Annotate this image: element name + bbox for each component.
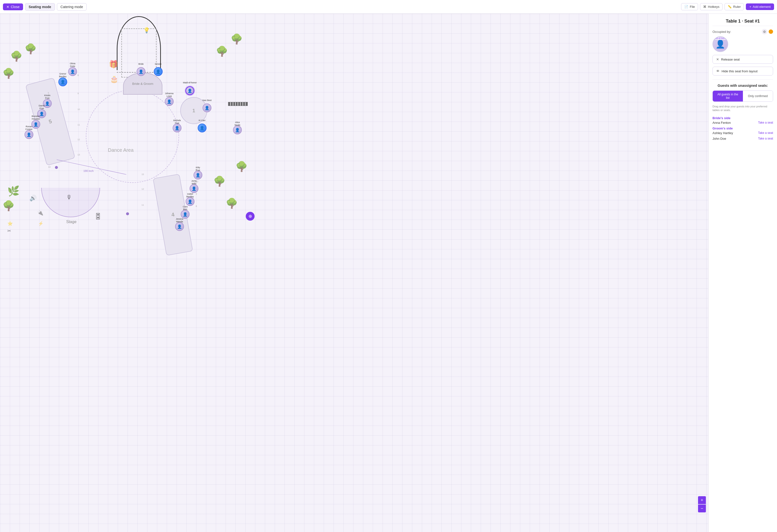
main-layout: 🌳 🌳 🌳 🌳 🌳 🌳 🌳 🌳 🌿 🌳 Dance Area Bride & G… (0, 14, 777, 532)
label-nan-best: Nan Best (202, 99, 211, 102)
avatar-nan-best[interactable]: 👤 (203, 104, 211, 112)
tree-7: 🌳 (213, 175, 226, 187)
star-icon: ⭐ (7, 221, 13, 226)
ruler-button[interactable]: 📏 Ruler (725, 3, 744, 10)
plus-icon: + (749, 5, 751, 9)
zoom-out-button[interactable]: − (698, 505, 706, 512)
drag-hint: Drag and drop your guests into your pref… (712, 105, 773, 112)
avatar-johanna-lowe[interactable]: 👤 (165, 97, 174, 106)
canvas[interactable]: 🌳 🌳 🌳 🌳 🌳 🌳 🌳 🌳 🌿 🌳 Dance Area Bride & G… (0, 14, 708, 532)
gift-icon: 🎁 (109, 60, 118, 69)
eye-icon: 👁 (716, 69, 719, 73)
close-label: Close (11, 5, 20, 9)
mic-icon: 🎙 (66, 194, 72, 201)
seat-r2: 10 (196, 180, 198, 183)
hotkeys-button[interactable]: ⌘ Hotkeys (700, 3, 723, 10)
avatar-ki-carr[interactable]: 👤 (198, 124, 207, 132)
avatar-kitty-frye[interactable]: 👤 (194, 171, 202, 179)
seat-13: 13 (78, 153, 80, 156)
avatar-groom[interactable]: 👤 (154, 67, 162, 76)
seat-r1: 1 (196, 168, 197, 171)
guest-anna-fenton: Anna Fenton Take a seat (712, 120, 773, 126)
avatar-darrel-frye[interactable]: 👤 (37, 109, 46, 118)
tree-4: 🌳 (216, 45, 228, 57)
lightning-icon: ⚡ (38, 221, 43, 226)
file-button[interactable]: 📄 File (681, 3, 698, 10)
guest-ashley-hartley: Ashley Hartley Take a seat (712, 130, 773, 136)
close-icon: ✕ (6, 5, 9, 9)
piano-keys (228, 102, 248, 106)
close-button[interactable]: ✕ Close (3, 3, 23, 10)
occupied-label: Occupied by: (712, 30, 731, 34)
avatar-alice-neale[interactable]: 👤 (233, 126, 242, 134)
toolbar: ✕ Close Seating mode Catering mode 📄 Fil… (0, 0, 777, 14)
stage-label: Stage (66, 220, 77, 224)
label-grenor-bentley: GrenorBentley (59, 73, 67, 78)
avatar-brenden-houston[interactable]: 👤 (31, 120, 40, 129)
filter-tabs: All guests in the list Only confirmed (712, 91, 773, 102)
sidebar: Table 1 · Seat #1 Occupied by: ⚙ 👤 Maid-… (708, 14, 777, 532)
avatar-ronan-cooper[interactable]: 👤 (24, 130, 33, 139)
ruler-icon: 📏 (728, 5, 732, 9)
avatar-michele-frye[interactable]: 👤 (173, 124, 182, 132)
measurement-label: 190 inch (83, 169, 94, 172)
avatar-bride[interactable]: 👤 (137, 67, 145, 76)
guest-name-john-doe: John Doe (712, 137, 726, 140)
avatar-jessica-wanda[interactable]: 👤 (175, 222, 184, 231)
take-seat-john-doe[interactable]: Take a seat (758, 137, 773, 140)
bulb-icon: 💡 (143, 27, 150, 34)
label-olivia-duke: OliviaDuke (70, 62, 76, 68)
avatar-kirstin-frye[interactable]: 👤 (43, 99, 52, 108)
hotkeys-icon: ⌘ (703, 5, 706, 9)
take-seat-ashley-hartley[interactable]: Take a seat (758, 131, 773, 135)
sidebar-title: Table 1 · Seat #1 (712, 19, 773, 26)
avatar-jonty-wills[interactable]: 👤 (190, 184, 198, 193)
avatar-izabel-bentley[interactable]: 👤 (186, 197, 195, 206)
tree-5: 🌳 (231, 33, 243, 45)
avatar-olivia-duke[interactable]: 👤 (68, 67, 77, 76)
seat-r4: 8 (196, 205, 197, 208)
seat-r7: 11 (141, 204, 144, 206)
avatar-grenor-bentley[interactable]: 👤 (59, 78, 67, 86)
seat-9: 9 (78, 92, 79, 95)
avatar-cora-burt[interactable]: 👤 (181, 210, 190, 219)
tab-confirmed[interactable]: Only confirmed (743, 91, 773, 102)
avatar-maid-of-honor[interactable]: 👤 (186, 86, 194, 95)
tree-6: 🌳 (235, 161, 248, 172)
tree-2: 🌳 (24, 43, 37, 55)
seat-r5: 15 (141, 173, 144, 175)
turntable-icon: 🎛 (94, 212, 102, 221)
avatar-row: 👤 Maid-of-honor (712, 36, 773, 52)
seating-mode-button[interactable]: Seating mode (25, 3, 55, 11)
guest-name-anna-fenton: Anna Fenton (712, 121, 731, 125)
label-maid-of-honor: Maid-of-honor (183, 82, 197, 84)
group-grooms-side: Groom's side (712, 127, 773, 130)
speaker-icon: 🔊 (29, 195, 37, 202)
avatar-badge: Maid-of-honor (712, 36, 728, 40)
table-1[interactable]: 1 (180, 97, 207, 124)
guest-name-ashley-hartley: Ashley Hartley (712, 131, 733, 135)
release-seat-button[interactable]: ✕ Release seat (712, 55, 773, 64)
tab-all-guests[interactable]: All guests in the list (713, 91, 743, 102)
hide-seat-button[interactable]: 👁 Hide this seat from layout (712, 67, 773, 76)
settings-icon[interactable]: ⚙ (762, 29, 767, 34)
occupied-avatar: 👤 Maid-of-honor (712, 36, 728, 52)
x-icon: ✕ (716, 57, 719, 61)
zoom-controls: + − (698, 496, 706, 512)
file-icon: 📄 (684, 5, 688, 9)
seat-14: 14 (48, 166, 50, 168)
compass-icon[interactable]: ⊕ (246, 212, 254, 221)
zoom-in-button[interactable]: + (698, 496, 706, 504)
scissors-icon: ✂ (7, 228, 11, 234)
seat-10: 10 (78, 108, 80, 111)
add-element-button[interactable]: + Add element (746, 3, 774, 10)
take-seat-anna-fenton[interactable]: Take a seat (758, 121, 773, 124)
tree-9: 🌿 (7, 185, 20, 197)
group-brides-side: Bride's side (712, 116, 773, 120)
tree-10: 🌳 (2, 200, 15, 212)
tree-8: 🌳 (226, 197, 238, 209)
seat-8: 8 (78, 74, 79, 77)
tree-3: 🌳 (2, 68, 15, 79)
guests-title: Guests with unassigned seats: (712, 84, 773, 88)
catering-mode-button[interactable]: Catering mode (57, 3, 87, 11)
